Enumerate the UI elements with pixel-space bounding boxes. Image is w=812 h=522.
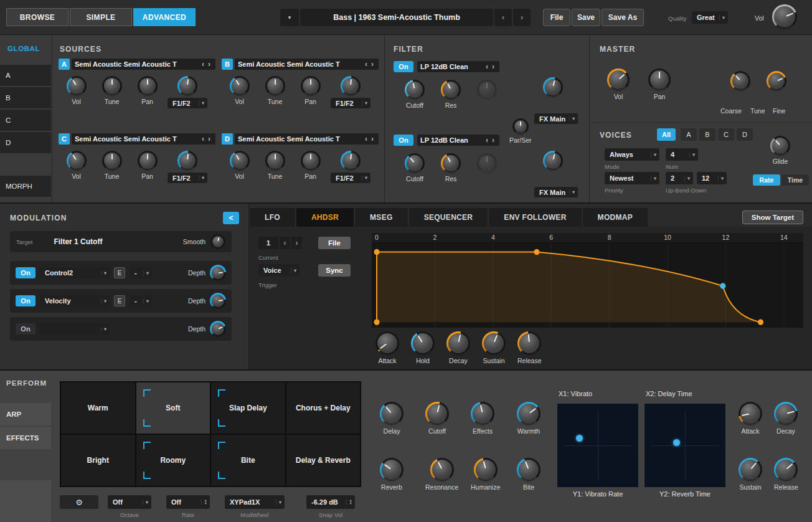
- xy-pad-2[interactable]: [644, 404, 725, 487]
- source-vol-knob[interactable]: Vol: [59, 151, 94, 183]
- macro-effects-knob[interactable]: Effects: [471, 402, 494, 435]
- sustain-knob[interactable]: Sustain: [482, 331, 506, 364]
- source-filter-route-knob[interactable]: [177, 151, 197, 171]
- chevron-left-icon[interactable]: ‹: [200, 60, 206, 69]
- filter2-cutoff-knob[interactable]: Cutoff: [405, 153, 425, 183]
- pad-bright[interactable]: Bright: [61, 435, 135, 486]
- save-as-button[interactable]: Save As: [602, 9, 644, 26]
- trigger-mode-select[interactable]: Voice▾: [258, 264, 300, 277]
- filter2-res-knob[interactable]: Res: [441, 153, 461, 183]
- tab-mseg[interactable]: MSEG: [355, 208, 408, 227]
- perform-release-knob[interactable]: Release: [774, 458, 798, 491]
- source-pan-knob[interactable]: Pan: [130, 151, 165, 183]
- voices-d-button[interactable]: D: [737, 128, 753, 141]
- bend-down-select[interactable]: 12▾: [697, 172, 727, 184]
- envelope-next-button[interactable]: ›: [291, 237, 302, 249]
- voices-num-select[interactable]: 4▾: [666, 148, 698, 161]
- hold-knob[interactable]: Hold: [411, 331, 435, 364]
- chevron-left-icon[interactable]: ‹: [484, 62, 490, 71]
- source-tune-knob[interactable]: Tune: [257, 151, 293, 183]
- depth-knob[interactable]: [210, 265, 226, 281]
- filter1-cutoff-knob[interactable]: Cutoff: [405, 80, 425, 109]
- snap-vol-stepper[interactable]: -6.29 dB▲▼: [306, 495, 355, 509]
- octave-select[interactable]: Off▾: [108, 495, 151, 509]
- preset-prev-button[interactable]: ‹: [494, 9, 512, 26]
- source-vol-knob[interactable]: Vol: [222, 76, 257, 108]
- master-vol-knob[interactable]: Vol: [607, 69, 630, 100]
- source-filter-route-knob[interactable]: [341, 76, 361, 96]
- perform-attack-knob[interactable]: Attack: [739, 402, 762, 435]
- source-filter-route-knob[interactable]: [341, 151, 361, 171]
- envelope-prev-button[interactable]: ‹: [280, 237, 290, 249]
- envelope-curve[interactable]: [372, 243, 803, 328]
- filter-par-ser-knob[interactable]: Par/Ser: [509, 118, 532, 144]
- chevron-left-icon[interactable]: ‹: [363, 135, 369, 143]
- modulation-target-value[interactable]: Filter 1 Cutoff: [54, 237, 102, 246]
- filter1-fx-route-select[interactable]: FX Main▾: [534, 113, 578, 124]
- tab-advanced[interactable]: ADVANCED: [133, 8, 196, 26]
- preset-next-button[interactable]: ›: [513, 9, 531, 26]
- chevron-left-icon[interactable]: ‹: [363, 60, 369, 69]
- mod-source-select[interactable]: Velocity▾: [40, 295, 110, 306]
- mod-on-button[interactable]: On: [16, 267, 35, 278]
- source-badge-c[interactable]: C: [59, 133, 70, 145]
- xy2-handle[interactable]: [673, 439, 680, 446]
- pads-settings-button[interactable]: ⚙: [60, 495, 98, 509]
- source-vol-knob[interactable]: Vol: [222, 151, 257, 183]
- tab-sequencer[interactable]: SEQUENCER: [409, 208, 488, 227]
- source-name-select[interactable]: Semi Acoustic Semi Acoustic T ‹›: [72, 59, 215, 70]
- master-fine-tune-knob[interactable]: [767, 71, 786, 91]
- voices-priority-select[interactable]: Newest▾: [605, 172, 659, 184]
- filter1-fx-knob[interactable]: [543, 77, 563, 97]
- pad-bite[interactable]: Bite: [211, 435, 285, 486]
- chevron-right-icon[interactable]: ›: [369, 135, 375, 143]
- source-badge-b[interactable]: B: [222, 59, 233, 70]
- mod-curve-select[interactable]: -▾: [130, 295, 152, 306]
- macro-bite-knob[interactable]: Bite: [517, 458, 541, 491]
- source-name-select[interactable]: Semi Acoustic Semi Acoustic T ‹›: [235, 133, 379, 145]
- voices-b-button[interactable]: B: [699, 128, 715, 141]
- source-filter-route-select[interactable]: F1/F2▾: [331, 173, 371, 183]
- macro-reverb-knob[interactable]: Reverb: [380, 458, 404, 491]
- sidebar-item-global[interactable]: GLOBAL: [7, 45, 40, 52]
- filter1-res-knob[interactable]: Res: [441, 80, 461, 109]
- mod-edit-button[interactable]: E: [114, 295, 125, 306]
- filter2-type-select[interactable]: LP 12dB Clean ‹›: [417, 135, 499, 146]
- macro-resonance-knob[interactable]: Resonance: [425, 458, 458, 491]
- sync-button[interactable]: Sync: [318, 264, 351, 277]
- envelope-graph[interactable]: [372, 243, 803, 328]
- source-pan-knob[interactable]: Pan: [293, 151, 328, 183]
- mod-curve-select[interactable]: -▾: [130, 267, 152, 278]
- sidebar-item-b[interactable]: B: [0, 87, 51, 108]
- pad-warm[interactable]: Warm: [61, 382, 135, 434]
- macro-warmth-knob[interactable]: Warmth: [517, 402, 541, 435]
- mod-on-button[interactable]: On: [16, 323, 35, 335]
- rate-stepper[interactable]: Off▲▼: [166, 495, 210, 509]
- pad-roomy[interactable]: Roomy: [136, 435, 210, 486]
- source-pan-knob[interactable]: Pan: [293, 76, 328, 108]
- envelope-index-value[interactable]: 1: [258, 237, 278, 249]
- chevron-left-icon[interactable]: ‹: [484, 136, 490, 145]
- filter2-drive-knob[interactable]: [477, 153, 497, 173]
- filter2-on-button[interactable]: On: [394, 135, 413, 146]
- bend-up-select[interactable]: 2▾: [666, 172, 693, 184]
- source-name-select[interactable]: Semi Acoustic Semi Acoustic T ‹›: [72, 133, 215, 145]
- master-pan-knob[interactable]: Pan: [648, 69, 671, 100]
- preset-menu-button[interactable]: ▾: [280, 9, 299, 26]
- source-filter-route-select[interactable]: F1/F2▾: [168, 98, 207, 108]
- mod-on-button[interactable]: On: [16, 295, 35, 306]
- master-vol-knob[interactable]: [772, 4, 797, 29]
- sidebar-item-morph[interactable]: MORPH: [0, 176, 51, 197]
- chevron-right-icon[interactable]: ›: [206, 60, 212, 69]
- macro-delay-knob[interactable]: Delay: [380, 402, 404, 435]
- perform-sustain-knob[interactable]: Sustain: [739, 458, 762, 491]
- depth-knob[interactable]: [210, 321, 226, 337]
- mod-source-select[interactable]: ▾: [40, 323, 110, 335]
- tab-simple[interactable]: SIMPLE: [70, 8, 132, 26]
- source-vol-knob[interactable]: Vol: [59, 76, 94, 108]
- sidebar-item-a[interactable]: A: [0, 65, 51, 86]
- sidebar-item-d[interactable]: D: [0, 132, 51, 153]
- source-pan-knob[interactable]: Pan: [130, 76, 165, 108]
- voices-all-button[interactable]: All: [657, 128, 676, 141]
- depth-knob[interactable]: [210, 293, 226, 309]
